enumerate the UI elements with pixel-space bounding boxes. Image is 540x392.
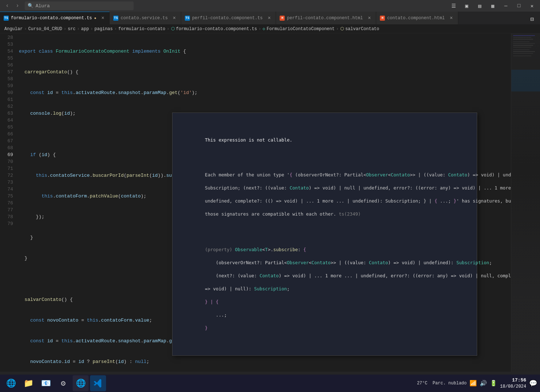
taskbar-network[interactable]: 🌐 [73, 375, 89, 391]
svg-rect-8 [513, 51, 535, 52]
ts-icon: TS [185, 16, 190, 21]
tabs-bar: TS formulario-contato.component.ts ● × T… [0, 12, 540, 25]
breadcrumb-filename[interactable]: formulario-contato.component.ts [176, 26, 257, 32]
taskbar-settings[interactable]: ⚙️ [55, 375, 71, 391]
code-content[interactable]: export class FormularioContatoComponent … [16, 33, 511, 372]
tab-perfil-contato-html[interactable]: H perfil-contato.component.html × [276, 12, 376, 24]
tooltip-body: Each member of the union type '{ (observ… [178, 165, 472, 224]
line-num-53: 53 [0, 41, 13, 48]
windows-taskbar: 🌐 📁 📧 ⚙️ 🌐 27°C Parc. nublado 📶 🔊 🔋 17:5… [0, 375, 540, 392]
close-button[interactable]: ✕ [527, 1, 537, 11]
clock-date: 18/08/2024 [500, 384, 526, 390]
tooltip-title: This expression is not callable. [178, 130, 472, 150]
tab-formulario-contato-ts[interactable]: TS formulario-contato.component.ts ● × [0, 12, 110, 24]
line-num-75: 75 [0, 193, 13, 200]
line-num-68: 68 [0, 144, 13, 151]
code-line-53: carregarContato() { [19, 69, 511, 75]
line-num-76: 76 [0, 200, 13, 207]
split-editor-button[interactable]: ⊟ [527, 14, 537, 24]
breadcrumb-paginas[interactable]: paginas [94, 26, 113, 32]
svg-rect-4 [513, 43, 535, 44]
ts-icon: TS [113, 16, 118, 21]
minimize-button[interactable]: ― [501, 1, 511, 11]
weather-info: 27°C Parc. nublado [417, 381, 467, 386]
code-editor[interactable]: 28 53 54 55 56 57 58 59 60 61 62 63 64 6… [0, 33, 540, 372]
svg-rect-9 [513, 53, 533, 54]
line-num-65: 65 [0, 124, 13, 131]
battery-icon[interactable]: 🔋 [490, 380, 497, 387]
tab-contato-component-html[interactable]: H contato.component.html × [376, 12, 458, 24]
nav-back-button[interactable]: ‹ [3, 1, 12, 10]
taskbar-files[interactable]: 📁 [20, 375, 36, 391]
line-num-77: 77 [0, 207, 13, 213]
breadcrumb: Angular › Curso_04_CRUD › src › app › pa… [0, 25, 540, 33]
tab-close-button[interactable]: × [448, 15, 454, 21]
layout2-button[interactable]: ▤ [475, 1, 485, 11]
taskbar-mail[interactable]: 📧 [38, 375, 54, 391]
svg-rect-11 [511, 70, 540, 91]
tab-close-button[interactable]: × [171, 15, 177, 21]
nav-forward-button[interactable]: › [13, 1, 22, 10]
taskbar-app-list: 🌐 📁 📧 ⚙️ 🌐 [3, 375, 106, 391]
editor-area: 28 53 54 55 56 57 58 59 60 61 62 63 64 6… [0, 33, 540, 372]
svg-rect-6 [513, 47, 531, 48]
network-icon[interactable]: 📶 [470, 380, 477, 387]
breadcrumb-app[interactable]: app [81, 26, 89, 32]
taskbar-chrome[interactable]: 🌐 [3, 375, 19, 391]
tab-close-button[interactable]: × [100, 15, 106, 21]
layout3-button[interactable]: ▦ [488, 1, 498, 11]
tooltip-property: (property) Observable<T>.subscribe: { (o… [178, 240, 472, 338]
taskbar-vscode[interactable] [90, 375, 106, 391]
breadcrumb-file-icon: ⬡ [171, 26, 175, 32]
tab-label: contato.service.ts [121, 16, 168, 21]
tab-contato-service-ts[interactable]: TS contato.service.ts × [110, 12, 181, 24]
title-bar-left: ‹ › 🔍 Alura [3, 1, 134, 10]
tab-label: contato.component.html [387, 16, 444, 21]
tab-actions: ⊟ [527, 14, 540, 24]
breadcrumb-method-icon: ⬡ [340, 26, 344, 32]
tab-close-button[interactable]: × [366, 15, 372, 21]
clock-time: 17:56 [500, 377, 526, 384]
breadcrumb-formulario[interactable]: formulario-contato [118, 26, 166, 32]
maximize-button[interactable]: □ [514, 1, 524, 11]
tab-perfil-contato-ts[interactable]: TS perfil-contato.component.ts × [181, 12, 276, 24]
line-num-72: 72 [0, 172, 13, 179]
svg-rect-1 [513, 37, 531, 38]
svg-rect-3 [513, 41, 529, 42]
line-num-71: 71 [0, 165, 13, 172]
minimap-content [511, 33, 540, 372]
tab-modified-indicator: ● [94, 16, 96, 20]
tab-label: perfil-contato.component.html [287, 16, 363, 21]
breadcrumb-classname[interactable]: FormularioContatoComponent [267, 26, 334, 32]
line-numbers: 28 53 54 55 56 57 58 59 60 61 62 63 64 6… [0, 33, 16, 372]
breadcrumb-method[interactable]: salvarContato [345, 26, 379, 32]
sidebar-toggle-button[interactable]: ☰ [448, 1, 459, 11]
line-num-66: 66 [0, 131, 13, 138]
search-bar[interactable]: 🔍 Alura [25, 1, 134, 10]
breadcrumb-src[interactable]: src [68, 26, 76, 32]
html-icon: H [380, 16, 385, 21]
line-num-56: 56 [0, 62, 13, 69]
svg-rect-5 [513, 45, 533, 46]
title-bar: ‹ › 🔍 Alura ☰ ▣ ▤ ▦ ― □ ✕ [0, 0, 540, 12]
search-text: Alura [36, 3, 50, 9]
svg-rect-2 [513, 39, 533, 40]
tooltip-hover-box: This expression is not callable. Each me… [172, 113, 477, 356]
tab-close-button[interactable]: × [266, 15, 272, 21]
line-num-28: 28 [0, 34, 13, 41]
title-bar-right: ☰ ▣ ▤ ▦ ― □ ✕ [448, 1, 537, 11]
breadcrumb-angular[interactable]: Angular [4, 26, 23, 32]
ts-icon: TS [4, 16, 9, 21]
line-num-78: 78 [0, 213, 13, 220]
line-num-69: 69 [0, 151, 13, 158]
line-num-74: 74 [0, 186, 13, 193]
line-num-67: 67 [0, 138, 13, 144]
line-num-73: 73 [0, 179, 13, 186]
system-clock[interactable]: 17:56 18/08/2024 [500, 377, 526, 390]
layout1-button[interactable]: ▣ [462, 1, 472, 11]
svg-rect-10 [513, 56, 531, 56]
volume-icon[interactable]: 🔊 [480, 380, 487, 387]
notifications-icon[interactable]: 💬 [529, 379, 537, 387]
search-icon: 🔍 [28, 3, 33, 9]
breadcrumb-curso[interactable]: Curso_04_CRUD [28, 26, 62, 32]
